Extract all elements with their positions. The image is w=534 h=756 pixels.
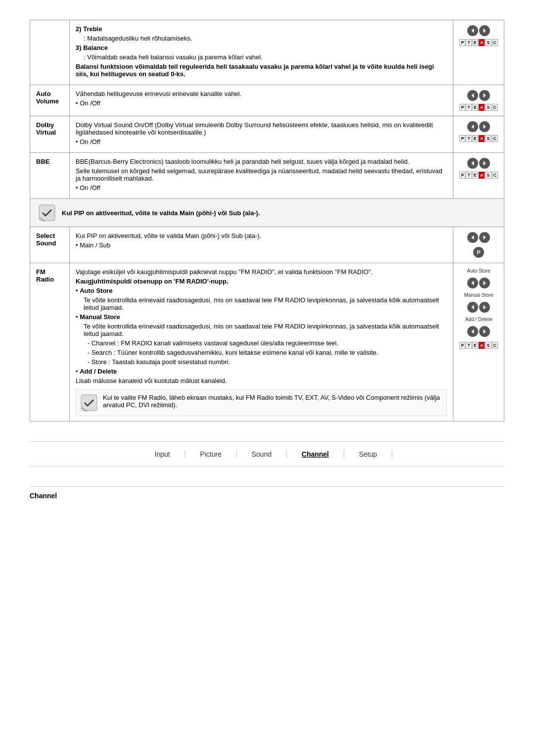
letter-e3: E [472,135,478,142]
fm-channel-desc: - Channel : FM RADIO kanali valimiseks v… [88,339,447,347]
svg-marker-14 [472,281,474,285]
letter-a4: A [479,172,485,179]
pteasc-letters: P T E A S C [459,39,498,46]
dolby-icon: P T E A S C [453,116,504,153]
table-row: AutoVolume Vähendab helitugevuse erinevu… [30,85,504,116]
prev-arrow-fm [467,278,478,288]
select-sound-bullet: • Main / Sub [76,241,447,249]
balance-desc: : Võimaldab seada heli balanssi vasaku j… [84,53,447,61]
nav-item-picture[interactable]: Picture [186,450,236,458]
manual-store-arrows [467,302,490,313]
fm-radio-content: Vajutage esiküljel või kaugjuhtimispuldi… [70,263,453,422]
letter-s2: S [485,104,491,111]
letter-s: S [485,39,491,46]
svg-marker-10 [472,235,474,240]
fm-add-delete-desc: Lisab mälusse kanaleid või kustutab mälu… [76,377,447,384]
fm-icon-column: Auto Store Manual Store [459,268,498,349]
row-label [30,20,70,85]
auto-volume-bullet: • On /Off [76,99,447,107]
next-arrow-fm2 [479,302,490,313]
bbe-label: BBE [30,153,70,199]
prev-arrow-fm3 [467,326,478,337]
auto-volume-desc: Vähendab helitugevuse erinevusi erinevat… [76,90,447,97]
p-only-group: P [459,232,498,258]
pip-note-row: Kui PIP on aktiveeritud, võite te valida… [30,199,504,227]
next-arrow-5 [479,232,490,243]
letter-c2: C [492,104,498,111]
bbe-desc1: BBE(Barcus-Berry Electronics) taasloob l… [76,158,447,165]
auto-volume-content: Vähendab helitugevuse erinevusi erinevat… [70,85,453,116]
prev-arrow [467,25,478,36]
letter-e2: E [472,104,478,111]
nav-item-sound[interactable]: Sound [238,450,285,458]
nav-item-channel[interactable]: Channel [288,450,343,458]
manual-store-label: Manual Store [464,292,493,298]
fm-add-delete-bullet: • Add / Delete [76,368,447,375]
prev-arrow-fm2 [467,302,478,313]
svg-marker-0 [472,28,474,33]
svg-marker-19 [484,329,486,334]
letter-a2: A [479,104,485,111]
svg-marker-5 [484,124,486,129]
table-row: FM Radio Vajutage esiküljel või kaugjuht… [30,263,504,422]
svg-marker-2 [472,93,474,98]
fm-auto-store-desc: Te võite kontrollida erinevaid raadiosag… [84,296,447,311]
letter-afm: A [479,342,485,349]
play-arrows-4 [467,158,490,169]
letter-s3: S [485,135,491,142]
table-row: 2) Treble : Madalsagedusliku heli rõhuta… [30,20,504,85]
balance-note: Balansi funktsioon võimaldab teil regule… [76,63,447,78]
select-sound-content: Kui PIP on aktiveeritud, võite te valida… [70,227,453,263]
fm-search-desc: - Search : Tüüner kontrollib sagedusvahe… [88,349,447,356]
letter-tfm: T [466,342,472,349]
select-sound-icon: P [453,227,504,263]
letter-cfm: C [492,342,498,349]
play-arrows-5 [467,232,490,243]
add-delete-arrows [467,326,490,337]
next-arrow-3 [479,121,490,132]
table-row: SelectSound Kui PIP on aktiveeritud, või… [30,227,504,263]
content-table: 2) Treble : Madalsagedusliku heli rõhuta… [30,20,504,422]
nav-sep-5: | [391,449,394,459]
bottom-title: Channel [30,492,504,500]
letter-pfm: P [459,342,465,349]
bbe-desc2: Selle tulemusel on kõrged helid selgemad… [76,167,447,182]
svg-marker-17 [484,305,486,310]
letter-p: P [459,39,465,46]
svg-marker-11 [484,235,486,240]
letter-a3: A [479,135,485,142]
treble-desc: : Madalsagedusliku heli rõhutamiseks. [84,35,447,42]
letter-t2: T [466,104,472,111]
letter-p2: P [459,104,465,111]
nav-item-input[interactable]: Input [141,450,184,458]
fm-manual-store-desc: Te võite kontrollida erinevaid raadiosag… [84,323,447,337]
pip-note-text: Kui PIP on aktiveeritud, võite te valida… [62,209,260,217]
next-arrow-4 [479,158,490,169]
dolby-desc: Dolby Virtual Sound On/Off (Dolby Virtua… [76,121,447,136]
auto-store-arrows [467,278,490,288]
navigation-bar: Input | Picture | Sound | Channel | Setu… [30,441,504,467]
nav-item-setup[interactable]: Setup [345,450,391,458]
pteasc-group-3: P T E A S C [459,121,498,142]
treble-heading: 2) Treble [76,25,102,33]
select-sound-label: SelectSound [30,227,70,263]
svg-marker-18 [472,329,474,334]
table-row: DolbyVirtual Dolby Virtual Sound On/Off … [30,116,504,153]
letter-p3: P [459,135,465,142]
prev-arrow-5 [467,232,478,243]
letter-c4: C [492,172,498,179]
balance-heading: 3) Balance [76,44,108,51]
next-arrow [479,25,490,36]
letter-t3: T [466,135,472,142]
pteasc-letters-fm: P T E A S C [459,342,498,349]
pteasc-group: P T E A S C [459,25,498,46]
note-icon [38,204,56,222]
pteasc-group-4: P T E A S C [459,158,498,179]
letter-p4: P [459,172,465,179]
next-arrow-fm3 [479,326,490,337]
fm-radio-label: FM Radio [30,263,70,422]
letter-efm: E [472,342,478,349]
fm-inline-note: Kui te valite FM Radio, läheb ekraan mus… [76,389,447,416]
letter-c3: C [492,135,498,142]
letter-e: E [472,39,478,46]
